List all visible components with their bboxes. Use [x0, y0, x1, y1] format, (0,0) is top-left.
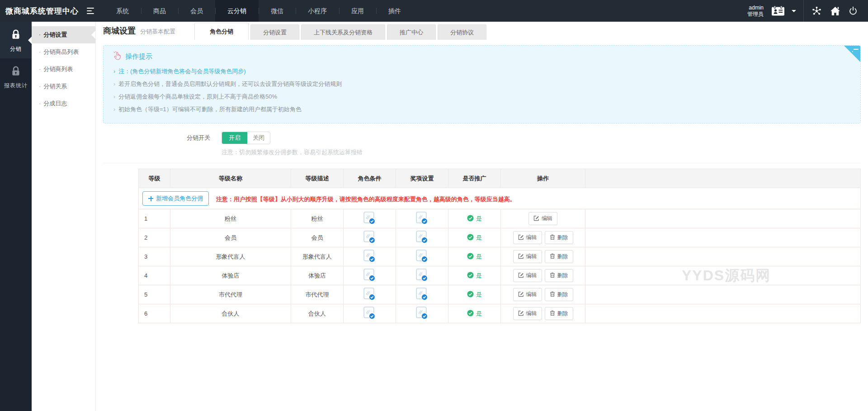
delete-button[interactable]: 删除: [545, 250, 573, 263]
tab[interactable]: 上下线关系及分销资格: [301, 24, 385, 40]
page-header: 商城设置 分销基本配置 角色分销分销设置上下线关系及分销资格推广中心分销协议: [96, 22, 868, 40]
delete-button[interactable]: 删除: [545, 307, 573, 320]
tab[interactable]: 角色分销: [194, 23, 249, 40]
delete-button[interactable]: 删除: [545, 288, 573, 301]
table-column-header: 等级名称: [170, 169, 291, 188]
topbar: 微商城系统管理中心 系统商品会员云分销微信小程序应用插件 admin 管理员: [0, 0, 868, 22]
notice-title-row: 操作提示: [113, 51, 851, 62]
topbar-menu: 系统商品会员云分销微信小程序应用插件: [104, 0, 413, 22]
submenu-item[interactable]: 分销商列表: [32, 61, 95, 78]
roles-table: 等级等级名称等级描述角色条件奖项设置是否推广操作 新增会员角色分佣 注意：用户按…: [138, 169, 861, 323]
filler-cell: [585, 247, 861, 266]
add-role-button[interactable]: 新增会员角色分佣: [142, 191, 209, 206]
edit-label: 编辑: [526, 234, 537, 241]
table-column-filler: [585, 169, 861, 188]
edit-button[interactable]: 编辑: [513, 269, 542, 282]
user-name: admin: [747, 5, 764, 11]
desc-cell: 体验店: [291, 266, 344, 285]
topbar-menu-item[interactable]: 微信: [259, 0, 296, 22]
topbar-menu-item[interactable]: 云分销: [215, 0, 259, 22]
power-icon[interactable]: [849, 6, 858, 15]
sidebar-rail-item[interactable]: 分销: [0, 22, 32, 58]
desc-cell: 形象代言人: [291, 247, 344, 266]
tab[interactable]: 推广中心: [387, 24, 436, 40]
role-condition-icon[interactable]: [363, 231, 376, 244]
notice-collapse-fold[interactable]: [844, 46, 860, 62]
trash-icon: [550, 253, 555, 260]
icon-cell: [344, 304, 396, 323]
icon-cell: [396, 304, 448, 323]
submenu-item[interactable]: 分销关系: [32, 78, 95, 95]
submenu-item[interactable]: 分销设置: [32, 26, 95, 43]
topbar-menu-item[interactable]: 会员: [178, 0, 215, 22]
edit-button[interactable]: 编辑: [513, 288, 542, 301]
distribution-switch-row: 分销开关 开启 关闭 注意：切勿频繁修改分佣参数，容易引起系统运算报错: [187, 132, 861, 156]
table-column-header: 奖项设置: [396, 169, 448, 188]
notice-list: 注：(角色分销新增角色将会与会员等级角色同步)若开启角色分销，普通会员启用默认分…: [113, 65, 851, 116]
toggle-off-button[interactable]: 关闭: [247, 132, 270, 144]
name-cell: 市代代理: [170, 285, 291, 304]
promote-cell: 是: [448, 285, 501, 304]
chevron-down-icon[interactable]: [792, 10, 796, 12]
tab-bar: 角色分销分销设置上下线关系及分销资格推广中心分销协议: [194, 23, 488, 40]
edit-button[interactable]: 编辑: [513, 231, 542, 244]
table-header-row: 等级等级名称等级描述角色条件奖项设置是否推广操作: [139, 169, 861, 188]
promote-cell: 是: [448, 247, 501, 266]
promote-status: 是: [467, 310, 482, 318]
table-column-header: 是否推广: [448, 169, 501, 188]
sidebar-rail: 分销报表统计: [0, 22, 32, 411]
table-row: 2会员会员是编辑删除: [139, 228, 861, 247]
edit-label: 编辑: [526, 310, 537, 317]
home-icon[interactable]: [830, 6, 840, 16]
icon-cell: [344, 209, 396, 228]
collapse-menu-icon[interactable]: [87, 8, 95, 14]
submenu-item[interactable]: 分销商品列表: [32, 43, 95, 61]
table-column-header: 等级: [139, 169, 170, 188]
sidebar-rail-item[interactable]: 报表统计: [0, 58, 32, 95]
reward-setting-icon[interactable]: [416, 231, 428, 244]
topbar-menu-item[interactable]: 商品: [141, 0, 178, 22]
role-condition-icon[interactable]: [363, 250, 376, 263]
ops-cell: 编辑删除: [501, 228, 585, 247]
delete-label: 删除: [557, 291, 568, 298]
edit-button[interactable]: 编辑: [528, 212, 557, 225]
reward-setting-icon[interactable]: [416, 269, 428, 282]
icon-cell: [396, 285, 448, 304]
name-cell: 合伙人: [170, 304, 291, 323]
promote-cell: 是: [448, 228, 501, 247]
role-condition-icon[interactable]: [363, 212, 376, 225]
role-condition-icon[interactable]: [363, 288, 376, 301]
edit-label: 编辑: [526, 253, 537, 260]
notice-title: 操作提示: [125, 52, 152, 61]
pencil-icon: [518, 253, 524, 260]
topbar-menu-item[interactable]: 应用: [339, 0, 376, 22]
topbar-menu-item[interactable]: 小程序: [296, 0, 339, 22]
notice-item: 初始角色（等级=1）可编辑不可删除，所有新建的用户都属于初始角色: [113, 103, 851, 116]
delete-button[interactable]: 删除: [545, 269, 573, 282]
tab[interactable]: 分销协议: [438, 24, 486, 40]
table-column-header: 角色条件: [344, 169, 396, 188]
reward-setting-icon[interactable]: [416, 288, 428, 301]
notice-item: 分销返佣金额每个商品单独设定，原则上不高于商品价格50%: [113, 90, 851, 103]
table-column-header: 操作: [501, 169, 585, 188]
delete-button[interactable]: 删除: [545, 231, 573, 244]
toggle-on-button[interactable]: 开启: [222, 132, 247, 144]
topbar-menu-item[interactable]: 插件: [376, 0, 413, 22]
edit-button[interactable]: 编辑: [513, 250, 542, 263]
edit-button[interactable]: 编辑: [513, 307, 542, 320]
check-circle-icon: [467, 234, 474, 242]
lock-icon: [10, 71, 22, 79]
topbar-menu-item[interactable]: 系统: [104, 0, 141, 22]
reward-setting-icon[interactable]: [416, 250, 428, 263]
role-condition-icon[interactable]: [363, 307, 376, 320]
check-circle-icon: [467, 215, 474, 223]
role-condition-icon[interactable]: [363, 269, 376, 282]
reward-setting-icon[interactable]: [416, 212, 428, 225]
level-cell: 1: [139, 209, 170, 228]
submenu-item[interactable]: 分成日志: [32, 95, 95, 112]
icon-cell: [344, 228, 396, 247]
reward-setting-icon[interactable]: [416, 307, 428, 320]
tab[interactable]: 分销设置: [250, 24, 299, 40]
profile-card-icon[interactable]: [771, 5, 785, 16]
share-nodes-icon[interactable]: [811, 6, 822, 16]
